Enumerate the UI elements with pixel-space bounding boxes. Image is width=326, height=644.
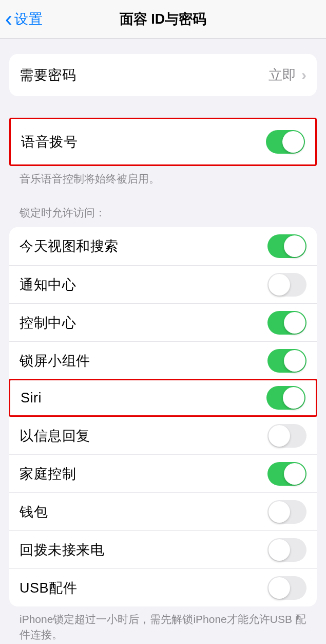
row-locked-8: 回拨未接来电 (9, 530, 317, 568)
row-label: 语音拨号 (21, 133, 266, 151)
toggle-knob (283, 387, 304, 409)
toggle-knob (284, 350, 305, 372)
toggle-locked-2[interactable] (267, 311, 306, 335)
row-locked-4: Siri (9, 379, 317, 417)
row-label: 今天视图和搜索 (20, 237, 267, 255)
toggle-locked-3[interactable] (267, 349, 306, 373)
toggle-locked-8[interactable] (267, 538, 306, 562)
row-label: 以信息回复 (20, 427, 267, 445)
toggle-locked-6[interactable] (267, 462, 306, 486)
back-button[interactable]: ‹ 设置 (0, 8, 43, 30)
group-passcode: 需要密码 立即 › (9, 54, 317, 96)
row-require-passcode[interactable]: 需要密码 立即 › (9, 54, 317, 96)
toggle-knob (269, 425, 290, 447)
toggle-locked-7[interactable] (267, 500, 306, 524)
toggle-knob (282, 131, 304, 153)
toggle-locked-9[interactable] (267, 576, 306, 600)
toggle-locked-5[interactable] (267, 424, 306, 448)
toggle-locked-1[interactable] (267, 273, 306, 297)
toggle-knob (269, 539, 290, 561)
row-value: 立即 (269, 66, 296, 84)
row-label: 控制中心 (20, 314, 267, 332)
toggle-voice-dial[interactable] (266, 130, 305, 154)
header-locked-access: 锁定时允许访问： (0, 193, 326, 223)
row-label: Siri (21, 390, 266, 406)
nav-bar: ‹ 设置 面容 ID与密码 (0, 0, 326, 39)
row-locked-2: 控制中心 (9, 303, 317, 341)
toggle-locked-4[interactable] (266, 386, 305, 410)
content: 需要密码 立即 › 语音拨号 音乐语音控制将始终被启用。 锁定时允许访问： 今天… (0, 54, 326, 642)
toggle-knob (284, 463, 305, 485)
row-label: 家庭控制 (20, 465, 267, 483)
footer-voice-dial: 音乐语音控制将始终被启用。 (0, 166, 326, 186)
toggle-knob (269, 577, 290, 599)
row-locked-3: 锁屏小组件 (9, 341, 317, 379)
toggle-knob (269, 501, 290, 523)
row-label: 钱包 (20, 503, 267, 521)
row-locked-1: 通知中心 (9, 265, 317, 303)
toggle-locked-0[interactable] (267, 234, 306, 258)
group-locked-access: 今天视图和搜索通知中心控制中心锁屏小组件Siri以信息回复家庭控制钱包回拨未接来… (9, 227, 317, 606)
toggle-knob (284, 235, 305, 257)
chevron-left-icon: ‹ (5, 8, 12, 30)
row-locked-0: 今天视图和搜索 (9, 227, 317, 265)
row-label: 需要密码 (20, 66, 269, 84)
toggle-knob (284, 312, 305, 334)
row-locked-7: 钱包 (9, 492, 317, 530)
row-locked-5: 以信息回复 (9, 416, 317, 454)
row-locked-6: 家庭控制 (9, 454, 317, 492)
row-label: 锁屏小组件 (20, 352, 267, 370)
row-label: USB配件 (20, 579, 267, 597)
row-label: 通知中心 (20, 275, 267, 294)
back-label: 设置 (14, 10, 43, 28)
footer-locked-access: iPhone锁定超过一小时后，需先解锁iPhone才能允许USB 配件连接。 (0, 606, 326, 642)
group-voice-dial: 语音拨号 (9, 118, 317, 166)
chevron-right-icon: › (301, 66, 306, 84)
row-locked-9: USB配件 (9, 568, 317, 606)
toggle-knob (269, 274, 290, 296)
row-voice-dial: 语音拨号 (11, 119, 315, 164)
page-title: 面容 ID与密码 (0, 10, 326, 28)
row-label: 回拨未接来电 (20, 541, 267, 559)
